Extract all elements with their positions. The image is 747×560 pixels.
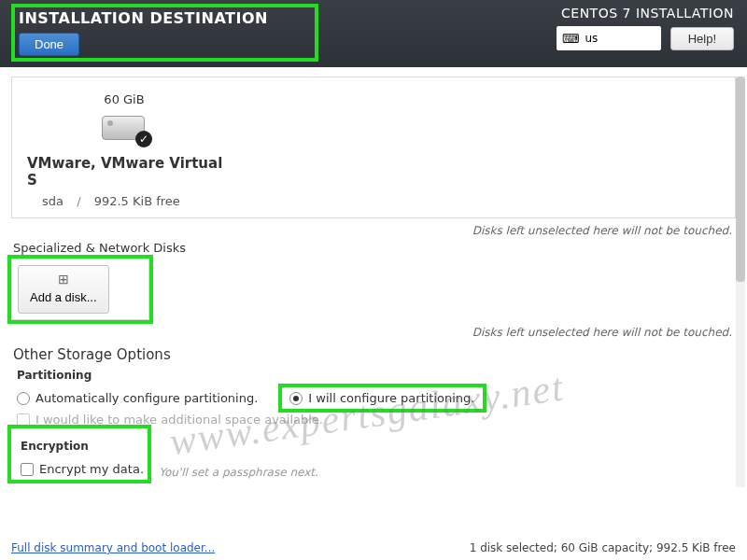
scrollbar[interactable] xyxy=(736,77,745,487)
disk-free: 992.5 KiB free xyxy=(94,194,180,208)
disk-details: sda / 992.5 KiB free xyxy=(21,194,227,208)
reclaim-space-label: I would like to make additional space av… xyxy=(35,413,323,427)
disk-item[interactable]: 60 GiB ✓ VMware, VMware Virtual S sda / … xyxy=(21,92,227,208)
disk-capacity: 60 GiB xyxy=(104,92,144,106)
auto-partition-radio[interactable]: Automatically configure partitioning. xyxy=(17,391,258,405)
manual-partition-label: I will configure partitioning. xyxy=(308,391,474,405)
selection-status: 1 disk selected; 60 GiB capacity; 992.5 … xyxy=(470,541,736,554)
radio-icon xyxy=(289,392,303,405)
disk-name: VMware, VMware Virtual S xyxy=(21,155,227,189)
scrollbar-thumb[interactable] xyxy=(736,77,745,282)
auto-partition-label: Automatically configure partitioning. xyxy=(35,391,258,405)
keyboard-layout-label: us xyxy=(585,32,598,45)
storage-options-header: Other Storage Options xyxy=(13,346,736,363)
hard-disk-icon: ✓ xyxy=(102,110,147,147)
manual-partition-radio[interactable]: I will configure partitioning. xyxy=(282,387,482,409)
radio-icon xyxy=(17,392,30,405)
encrypt-data-label: Encrypt my data. xyxy=(39,462,144,476)
specialized-section-label: Specialized & Network Disks xyxy=(13,241,736,255)
local-disks-hint: Disks left unselected here will not be t… xyxy=(11,224,732,237)
keyboard-icon: ⌨ xyxy=(562,32,580,46)
disk-plus-icon: ⊞ xyxy=(58,272,69,287)
check-icon: ✓ xyxy=(135,131,152,147)
local-disks-panel: 60 GiB ✓ VMware, VMware Virtual S sda / … xyxy=(11,77,736,218)
help-button[interactable]: Help! xyxy=(670,27,734,50)
checkbox-icon xyxy=(17,413,30,427)
installer-title: CENTOS 7 INSTALLATION xyxy=(561,6,734,21)
checkbox-icon xyxy=(21,463,34,476)
reclaim-space-checkbox: I would like to make additional space av… xyxy=(17,413,736,427)
disk-device: sda xyxy=(42,194,63,208)
encrypt-data-checkbox[interactable]: Encrypt my data. xyxy=(17,460,148,478)
add-disk-label: Add a disk... xyxy=(30,290,97,304)
add-disk-button[interactable]: ⊞ Add a disk... xyxy=(18,265,109,314)
encrypt-hint: You'll set a passphrase next. xyxy=(159,466,318,479)
encryption-group-label: Encryption xyxy=(17,438,148,455)
keyboard-layout-select[interactable]: ⌨ us xyxy=(557,26,661,50)
specialized-disks-hint: Disks left unselected here will not be t… xyxy=(11,326,732,339)
partitioning-group-label: Partitioning xyxy=(17,369,736,382)
disk-summary-link[interactable]: Full disk summary and boot loader... xyxy=(11,541,215,554)
done-button[interactable]: Done xyxy=(19,33,79,56)
page-title: INSTALLATION DESTINATION xyxy=(19,9,268,27)
